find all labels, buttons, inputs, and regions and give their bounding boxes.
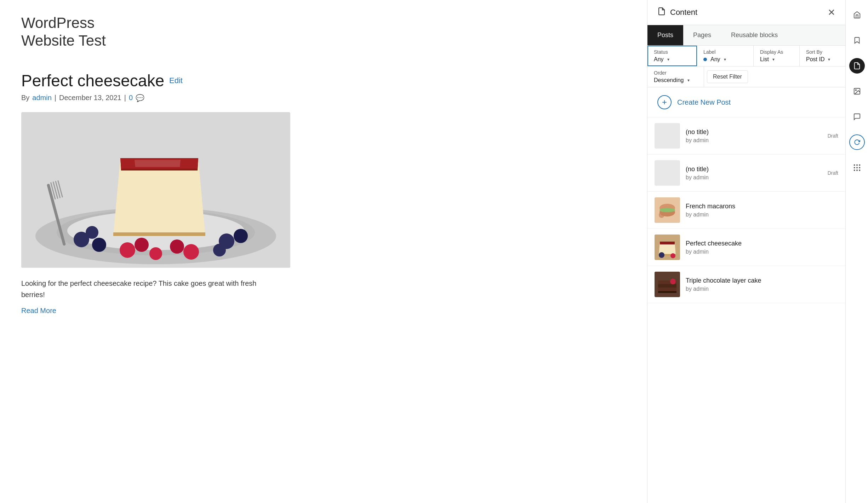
display-as-value-row: List ▾ — [760, 56, 793, 63]
tab-reusable-blocks[interactable]: Reusable blocks — [721, 25, 788, 45]
status-filter-value: Any — [654, 56, 664, 63]
home-icon[interactable] — [849, 7, 865, 23]
post-item[interactable]: French macarons by admin — [647, 192, 845, 229]
post-info: French macarons by admin — [686, 203, 833, 218]
post-item-author: by admin — [686, 174, 822, 181]
order-filter[interactable]: Order Descending ▾ — [647, 67, 704, 87]
sort-by-value-row: Post ID ▾ — [806, 56, 836, 63]
meta-comments[interactable]: 0 — [129, 94, 133, 102]
svg-rect-52 — [856, 170, 858, 171]
svg-marker-32 — [660, 242, 675, 244]
post-item[interactable]: (no title) by admin Draft — [647, 155, 845, 192]
create-new-post[interactable]: + Create New Post — [647, 87, 845, 117]
svg-rect-50 — [859, 167, 860, 168]
refresh-icon[interactable] — [849, 134, 865, 150]
content-panel: Content ✕ Posts Pages Reusable blocks St… — [647, 0, 845, 503]
filters-container: Status Any ▾ Label Any ▾ — [647, 46, 845, 87]
read-more-link[interactable]: Read More — [21, 307, 56, 314]
display-as-value: List — [760, 56, 769, 63]
svg-point-34 — [659, 252, 664, 258]
display-as-filter[interactable]: Display As List ▾ — [754, 46, 800, 66]
svg-rect-51 — [853, 170, 855, 171]
post-item-author: by admin — [686, 212, 833, 218]
svg-point-22 — [170, 239, 184, 254]
comment-icon[interactable] — [849, 109, 865, 125]
sort-by-filter[interactable]: Sort By Post ID ▾ — [800, 46, 842, 66]
post-item-author: by admin — [686, 286, 833, 292]
post-meta: By admin | December 13, 2021 | 0 💬 — [21, 94, 276, 102]
svg-point-21 — [183, 244, 199, 260]
document-icon[interactable] — [849, 58, 865, 74]
panel-title-row: Content — [657, 7, 697, 18]
order-chevron-icon: ▾ — [687, 78, 690, 83]
meta-by: By — [21, 94, 29, 102]
reset-filter-button[interactable]: Reset Filter — [707, 70, 748, 83]
post-item-title: (no title) — [686, 166, 822, 173]
order-label: Order — [654, 70, 697, 76]
sort-by-label: Sort By — [806, 49, 836, 55]
meta-author[interactable]: admin — [32, 94, 51, 102]
svg-point-20 — [135, 238, 149, 252]
spacer — [297, 0, 647, 503]
post-item[interactable]: Perfect cheesecake by admin — [647, 229, 845, 266]
main-content: WordPress Website Test Perfect cheesecak… — [0, 0, 297, 503]
label-filter-value: Any — [710, 56, 720, 63]
post-title: Perfect cheesecake — [21, 71, 164, 90]
svg-point-16 — [234, 229, 248, 243]
post-item-title: French macarons — [686, 203, 833, 210]
post-item-title: Perfect cheesecake — [686, 240, 833, 247]
post-list: (no title) by admin Draft (no title) by … — [647, 117, 845, 503]
create-plus-icon: + — [657, 95, 672, 109]
right-panel-area: Content ✕ Posts Pages Reusable blocks St… — [647, 0, 868, 503]
sort-by-value: Post ID — [806, 56, 824, 63]
post-excerpt: Looking for the perfect cheesecake recip… — [21, 278, 276, 300]
status-filter-value-row: Any ▾ — [654, 56, 690, 63]
label-blue-dot — [703, 58, 707, 61]
svg-point-17 — [213, 244, 226, 256]
bookmark-icon[interactable] — [849, 33, 865, 48]
svg-rect-46 — [856, 164, 858, 166]
svg-point-19 — [120, 242, 135, 258]
svg-point-14 — [92, 238, 106, 252]
svg-point-42 — [670, 279, 676, 284]
tab-pages[interactable]: Pages — [683, 25, 721, 45]
post-item[interactable]: Triple chocolate layer cake by admin — [647, 266, 845, 303]
site-title: WordPress Website Test — [21, 14, 276, 50]
panel-tabs: Posts Pages Reusable blocks — [647, 25, 845, 46]
close-button[interactable]: ✕ — [828, 8, 835, 17]
svg-rect-47 — [859, 164, 860, 166]
image-icon[interactable] — [849, 83, 865, 99]
svg-point-29 — [659, 212, 664, 218]
document-panel-icon — [657, 7, 666, 18]
comment-bubble-icon: 💬 — [136, 94, 144, 102]
display-as-chevron-icon: ▾ — [772, 57, 775, 62]
meta-date: December 13, 2021 — [59, 94, 121, 102]
post-item-title: Triple chocolate layer cake — [686, 277, 833, 284]
edit-link[interactable]: Edit — [169, 76, 183, 85]
post-image — [21, 112, 290, 268]
panel-title: Content — [670, 8, 697, 17]
svg-point-35 — [670, 253, 675, 258]
order-value-row: Descending ▾ — [654, 77, 697, 83]
post-thumbnail — [655, 123, 680, 149]
status-filter[interactable]: Status Any ▾ — [647, 46, 697, 66]
filters-row-1: Status Any ▾ Label Any ▾ — [647, 46, 845, 67]
svg-marker-12 — [113, 232, 205, 236]
post-item[interactable]: (no title) by admin Draft — [647, 117, 845, 155]
svg-rect-53 — [859, 170, 860, 171]
label-filter[interactable]: Label Any ▾ — [697, 46, 754, 66]
post-item-author: by admin — [686, 137, 822, 144]
label-filter-value-row: Any ▾ — [703, 56, 747, 63]
sort-by-chevron-icon: ▾ — [828, 57, 830, 62]
tab-posts[interactable]: Posts — [647, 25, 683, 45]
svg-point-18 — [86, 226, 98, 239]
svg-rect-45 — [853, 164, 855, 166]
post-thumbnail — [655, 160, 680, 186]
grid-icon[interactable] — [849, 160, 865, 175]
post-item-status: Draft — [828, 133, 838, 139]
post-info: (no title) by admin — [686, 128, 822, 144]
post-thumbnail — [655, 235, 680, 260]
svg-point-23 — [149, 247, 162, 260]
svg-rect-41 — [658, 291, 676, 293]
status-chevron-icon: ▾ — [667, 57, 669, 62]
